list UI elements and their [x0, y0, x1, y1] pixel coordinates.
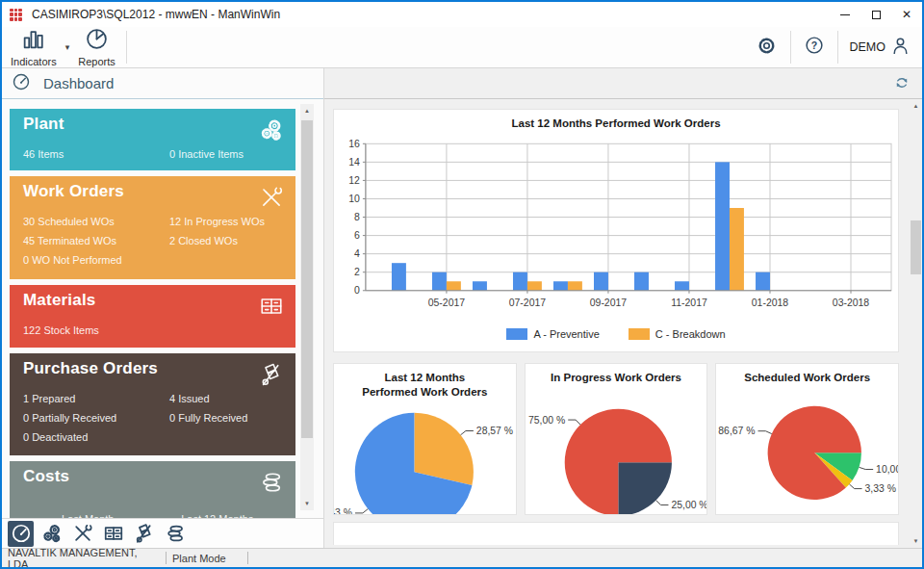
indicators-button[interactable]: Indicators [4, 28, 64, 66]
bar-chart-legend: A - PreventiveC - Breakdown [334, 328, 898, 340]
card-stat-row: 0 Partially Received0 Fully Received [10, 408, 295, 427]
module-button-purchase-orders[interactable] [131, 521, 157, 547]
bar-chart-plot: 024681012141605-201707-201709-201711-201… [334, 133, 898, 326]
gear-icon [756, 35, 778, 61]
card-stat: 122 Stock Items [23, 321, 169, 340]
module-button-plant[interactable] [38, 521, 64, 547]
tools-icon [72, 523, 93, 544]
pie-chart: 10,00 %3,33 %86,67 % [716, 364, 898, 515]
minimize-button[interactable] [830, 2, 860, 27]
scroll-down-arrow[interactable]: ▼ [300, 497, 314, 510]
card-plant[interactable]: Plant46 Items0 Inactive Items [10, 109, 295, 170]
svg-text:03-2018: 03-2018 [833, 297, 870, 308]
module-button-work-orders[interactable] [69, 521, 95, 547]
legend-swatch [506, 328, 527, 340]
main-scrollbar[interactable]: ▲ ▼ [910, 99, 922, 548]
gauge-icon [12, 72, 31, 95]
pie-card-scheduled: Scheduled Work Orders 10,00 %3,33 %86,67… [715, 363, 899, 515]
scroll-track[interactable] [300, 117, 314, 497]
scroll-down-arrow[interactable]: ▼ [910, 534, 922, 548]
svg-text:25,00 %: 25,00 % [671, 500, 706, 510]
settings-button[interactable] [747, 28, 786, 66]
legend-swatch [629, 328, 650, 340]
user-button[interactable]: DEMO [842, 28, 915, 66]
minimize-icon [840, 14, 850, 15]
module-icon-bar [2, 518, 323, 548]
module-button-dashboard[interactable] [8, 521, 34, 547]
scroll-up-arrow[interactable]: ▲ [910, 99, 922, 113]
card-costs[interactable]: CostsLast MonthLast 12 Months [10, 461, 295, 518]
titlebar: CASIMIROP3\SQL2012 - mwwEN - ManWinWin ✕ [2, 2, 922, 27]
status-separator [247, 552, 248, 564]
card-title: Plant [23, 115, 64, 134]
bar-chart: 024681012141605-201707-201709-201711-201… [334, 133, 898, 323]
card-stat: 2 Closed WOs [169, 231, 282, 250]
main-panel-header [324, 68, 922, 99]
card-stat: 0 Deactivated [23, 427, 169, 447]
next-card-row-partial [333, 522, 899, 545]
card-stat-row: 45 Terminated WOs2 Closed WOs [10, 231, 295, 250]
card-stat-row: 30 Scheduled WOs12 In Progress WOs [10, 212, 295, 231]
refresh-icon [893, 74, 911, 91]
toolbar-separator [837, 31, 838, 64]
card-stat [169, 250, 282, 270]
crate-icon [103, 523, 124, 544]
card-workorders[interactable]: Work Orders30 Scheduled WOs12 In Progres… [10, 176, 295, 279]
legend-label: A - Preventive [533, 328, 599, 340]
svg-text:05-2017: 05-2017 [428, 297, 466, 308]
svg-text:8: 8 [354, 212, 360, 222]
card-stat: 0 Inactive Items [169, 144, 282, 164]
scroll-up-arrow[interactable]: ▲ [300, 104, 314, 117]
maximize-icon [872, 11, 881, 19]
legend-label: C - Breakdown [655, 328, 726, 340]
crate-icon [259, 294, 284, 319]
legend-item: A - Preventive [506, 328, 599, 340]
maximize-button[interactable] [860, 2, 891, 27]
person-icon [890, 36, 911, 59]
dashboard-content: Last 12 Months Performed Work Orders 024… [324, 99, 922, 548]
card-stat-row: 1 Prepared4 Issued [10, 389, 295, 408]
svg-text:01-2018: 01-2018 [752, 297, 789, 308]
card-column-header: Last 12 Months [153, 509, 283, 518]
gauge-icon [12, 72, 31, 91]
person-icon [890, 36, 911, 56]
scroll-thumb[interactable] [301, 120, 313, 438]
card-column-header: Last Month [23, 509, 153, 518]
indicators-dropdown-arrow[interactable]: ▾ [64, 28, 72, 66]
reports-button[interactable]: Reports [71, 28, 122, 66]
card-stat-row: 0 Deactivated [10, 427, 295, 447]
close-button[interactable]: ✕ [891, 2, 922, 27]
handtruck-icon [259, 362, 284, 387]
pie-title: Last 12 Months Performed Work Orders [334, 371, 516, 400]
pie-chart-icon [85, 27, 109, 55]
card-purchaseorders[interactable]: Purchase Orders1 Prepared4 Issued0 Parti… [10, 353, 295, 455]
card-stat [169, 321, 282, 340]
card-title: Materials [23, 291, 96, 310]
pie-card-performed: Last 12 Months Performed Work Orders 28,… [333, 363, 517, 515]
scroll-thumb[interactable] [911, 220, 921, 274]
scroll-track[interactable] [910, 113, 922, 534]
coins-icon [165, 523, 186, 544]
help-button[interactable]: ? [795, 28, 834, 66]
refresh-button[interactable] [891, 73, 912, 94]
bar-chart-icon [21, 27, 45, 51]
user-label: DEMO [850, 40, 886, 54]
card-stat: 12 In Progress WOs [169, 212, 282, 231]
module-button-materials[interactable] [100, 521, 126, 547]
svg-text:10,00 %: 10,00 % [876, 464, 898, 475]
status-plant-mode: Plant Mode [172, 553, 242, 564]
sidebar-scrollbar[interactable]: ▲ ▼ [300, 104, 314, 510]
card-title: Work Orders [23, 182, 124, 201]
pie-chart-scheduled: 10,00 %3,33 %86,67 % [716, 364, 898, 514]
handtruck-icon [134, 523, 155, 544]
dashboard-header: Dashboard [2, 68, 323, 99]
status-bar: NAVALTIK MANAGEMENT, LDA Plant Mode [2, 548, 922, 567]
pie-title: In Progress Work Orders [526, 371, 707, 385]
tools-icon [259, 185, 284, 210]
card-materials[interactable]: Materials122 Stock Items [10, 285, 295, 348]
card-stat [169, 427, 282, 447]
module-button-costs[interactable] [162, 521, 188, 547]
svg-text:10: 10 [348, 194, 360, 204]
card-title: Purchase Orders [23, 359, 158, 378]
pie-chart: 25,00 %75,00 % [526, 364, 707, 515]
